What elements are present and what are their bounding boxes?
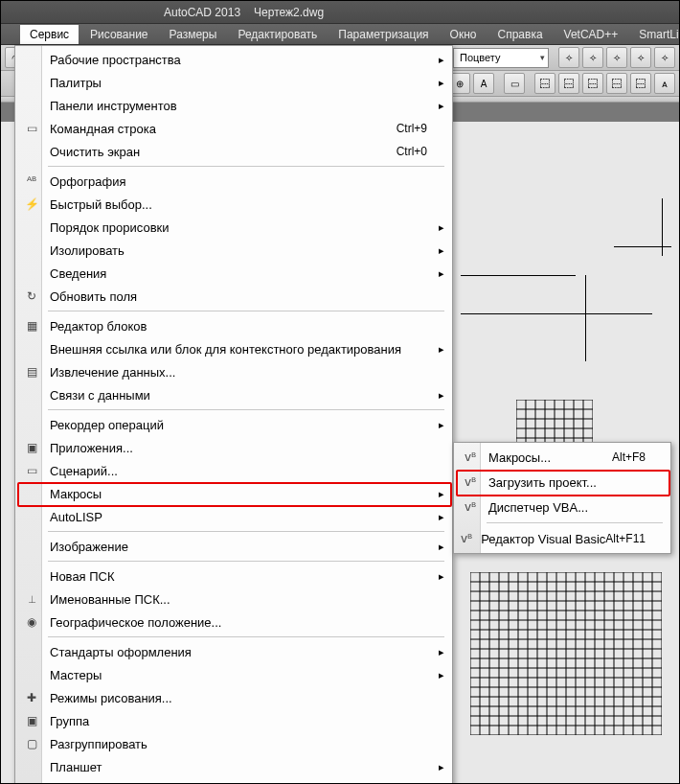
blank-icon — [17, 778, 46, 784]
menu-item-label: Рекордер операций — [46, 418, 444, 432]
tool-icon[interactable]: ⿱ — [534, 73, 555, 94]
menu-item-label: Разгруппировать — [46, 737, 444, 751]
menu-параметризация[interactable]: Параметризация — [329, 25, 438, 44]
menu-item[interactable]: ↻Обновить поля — [17, 285, 450, 308]
menu-item[interactable]: Рекордер операций — [17, 413, 450, 436]
grp-icon: ▣ — [17, 709, 46, 732]
menu-item[interactable]: Изображение — [17, 535, 450, 558]
menu-item[interactable]: Сведения — [17, 262, 450, 285]
menu-item[interactable]: AutoLISP — [17, 505, 450, 528]
menu-item[interactable]: ⚡Быстрый выбор... — [17, 193, 450, 216]
tool-icon[interactable]: ⿱ — [630, 73, 651, 94]
menu-item[interactable]: ⟂Именованные ПСК... — [17, 588, 450, 611]
menu-item-label: Очистить экран — [46, 145, 397, 159]
menu-item[interactable]: Макросы — [17, 482, 450, 505]
menu-item[interactable]: ▭Командная строкаCtrl+9 — [17, 117, 450, 140]
menu-item-label: Орфография — [46, 174, 444, 189]
menu-item[interactable]: ᴬᴮОрфография — [17, 170, 450, 193]
tool-icon[interactable]: ✧ — [630, 47, 651, 68]
cmd-icon: ▭ — [17, 117, 46, 140]
menu-separator — [48, 636, 444, 637]
menu-item-label: Внешняя ссылка или блок для контекстного… — [46, 342, 444, 357]
submenu-item-label: Редактор Visual Basic — [477, 532, 605, 546]
vba-icon: ᴠᴮ — [456, 526, 477, 551]
menu-рисование[interactable]: Рисование — [80, 25, 157, 44]
blank-icon — [17, 663, 46, 686]
menu-item[interactable]: Стандарты оформления — [17, 640, 450, 663]
tool-icon[interactable]: ✧ — [606, 47, 627, 68]
combo-color[interactable]: Поцвету — [453, 48, 549, 68]
menu-item[interactable]: ▢Разгруппировать — [17, 732, 450, 755]
menu-item[interactable]: Мастеры — [17, 663, 450, 686]
menu-item[interactable]: ▣Группа — [17, 709, 450, 732]
tool-icon[interactable]: ⿱ — [558, 73, 579, 94]
tool-icon[interactable]: ⿱ — [606, 73, 627, 94]
menu-vetcad++[interactable]: VetCAD++ — [555, 25, 628, 44]
app-name: AutoCAD 2013 — [164, 6, 240, 19]
blank-icon — [17, 94, 46, 117]
menu-item-label: Редактор блоков — [46, 319, 444, 334]
tool-text-icon[interactable]: A — [473, 73, 494, 94]
document-name: Чертеж2.dwg — [254, 6, 324, 19]
blank-icon — [17, 262, 46, 285]
data-icon: ▤ — [17, 360, 46, 383]
menu-item[interactable]: ◉Географическое положение... — [17, 611, 450, 634]
menu-item[interactable]: Связи с данными — [17, 383, 450, 406]
menu-separator — [48, 561, 444, 562]
menu-separator — [48, 531, 444, 532]
menu-item-label: Панели инструментов — [46, 99, 444, 113]
vba-icon: ᴠᴮ — [456, 445, 485, 470]
blank-icon — [17, 140, 46, 163]
menu-item-label: Сведения — [46, 266, 444, 281]
tool-icon[interactable]: ✧ — [558, 47, 579, 68]
submenu-item[interactable]: ᴠᴮЗагрузить проект... — [456, 470, 669, 495]
menu-item[interactable]: Адаптация — [17, 778, 450, 784]
submenu-item-label: Загрузить проект... — [485, 475, 663, 490]
blank-icon — [17, 640, 46, 663]
menu-item-label: AutoLISP — [46, 510, 444, 524]
menu-item-label: Планшет — [46, 760, 444, 774]
apps-icon: ▣ — [17, 436, 46, 459]
menu-сервис[interactable]: Сервис — [20, 25, 79, 44]
menu-окно[interactable]: Окно — [441, 25, 487, 44]
menu-item[interactable]: ✚Режимы рисования... — [17, 686, 450, 709]
svg-rect-18 — [470, 572, 662, 735]
menu-item[interactable]: ▦Редактор блоков — [17, 314, 450, 337]
menu-item[interactable]: Новая ПСК — [17, 565, 450, 588]
menu-item-label: Командная строка — [46, 122, 397, 136]
menu-item[interactable]: Порядок прорисовки — [17, 216, 450, 239]
tool-icon[interactable]: ᴀ — [654, 73, 675, 94]
vba-icon: ᴠᴮ — [456, 470, 485, 495]
menu-справка[interactable]: Справка — [488, 25, 553, 44]
tool-icon[interactable]: ✧ — [654, 47, 675, 68]
menu-размеры[interactable]: Размеры — [160, 25, 227, 44]
menu-item-label: Географическое положение... — [46, 615, 444, 630]
submenu-macros: ᴠᴮМакросы...Alt+F8ᴠᴮЗагрузить проект...ᴠ… — [453, 442, 671, 554]
hatch-pattern — [470, 572, 662, 735]
menu-smartline[interactable]: SmartLine — [629, 25, 680, 44]
menu-item[interactable]: ▣Приложения... — [17, 436, 450, 459]
menu-item[interactable]: Изолировать — [17, 239, 450, 262]
menu-item[interactable]: Очистить экранCtrl+0 — [17, 140, 450, 163]
menu-item-label: Группа — [46, 714, 444, 728]
menu-bar: СервисРисованиеРазмерыРедактироватьПарам… — [1, 24, 679, 45]
blank-icon — [17, 413, 46, 436]
menu-item[interactable]: Панели инструментов — [17, 94, 450, 117]
submenu-item[interactable]: ᴠᴮДиспетчер VBA... — [456, 495, 669, 519]
menu-item[interactable]: Планшет — [17, 755, 450, 778]
tool-icon[interactable]: ✧ — [582, 47, 603, 68]
menu-item[interactable]: Рабочие пространства — [17, 48, 450, 71]
menu-редактировать[interactable]: Редактировать — [228, 25, 327, 44]
menu-item[interactable]: Палитры — [17, 71, 450, 94]
menu-item[interactable]: ▤Извлечение данных... — [17, 360, 450, 383]
submenu-item[interactable]: ᴠᴮМакросы...Alt+F8 — [456, 445, 669, 470]
menu-item[interactable]: ▭Сценарий... — [17, 459, 450, 482]
tool-icon[interactable]: ▭ — [504, 73, 525, 94]
submenu-item[interactable]: ᴠᴮРедактор Visual BasicAlt+F11 — [456, 526, 669, 551]
menu-item[interactable]: Внешняя ссылка или блок для контекстного… — [17, 337, 450, 360]
blank-icon — [17, 71, 46, 94]
script-icon: ▭ — [17, 459, 46, 482]
menu-item-label: Извлечение данных... — [46, 365, 444, 380]
menu-item-label: Обновить поля — [46, 289, 444, 304]
tool-icon[interactable]: ⿱ — [582, 73, 603, 94]
